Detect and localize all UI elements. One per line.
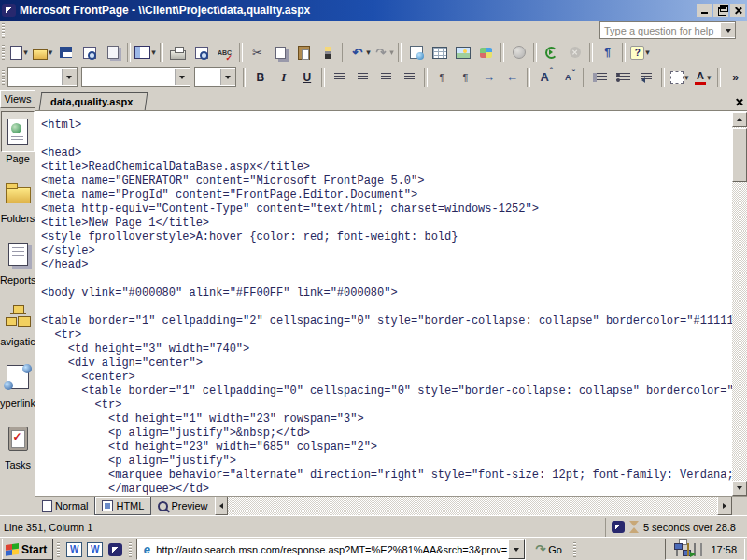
menu-grip[interactable] xyxy=(2,23,5,38)
menu-edit[interactable] xyxy=(21,28,34,34)
start-button[interactable]: Start xyxy=(2,539,53,560)
ltr-button[interactable]: ¶ xyxy=(430,67,454,88)
sidebar-item-navigation[interactable]: avigatic xyxy=(0,293,35,355)
sidebar-item-folders[interactable]: Folders xyxy=(0,170,35,231)
tab-normal[interactable]: Normal xyxy=(35,497,94,515)
taskbar-grip[interactable] xyxy=(57,542,60,557)
italic-button[interactable]: I xyxy=(272,67,295,88)
print-button[interactable] xyxy=(166,42,190,63)
menu-tools[interactable] xyxy=(73,28,86,34)
sidebar-item-reports[interactable]: Reports xyxy=(0,231,35,293)
font-combo[interactable] xyxy=(81,67,190,87)
drawing-button[interactable] xyxy=(474,42,498,63)
vertical-scrollbar[interactable] xyxy=(732,112,747,496)
tab-preview[interactable]: Preview xyxy=(151,497,214,515)
restore-button[interactable] xyxy=(713,4,728,17)
help-dropdown-button[interactable] xyxy=(721,23,735,37)
sidebar-item-hyperlinks[interactable]: yperlink xyxy=(0,355,35,416)
search-button[interactable] xyxy=(78,42,101,63)
menu-table[interactable] xyxy=(86,28,99,34)
tab-html[interactable]: HTML xyxy=(94,497,151,515)
decrease-font-button[interactable]: A xyxy=(557,67,580,88)
menu-file[interactable] xyxy=(7,28,21,34)
toolbar-grip[interactable] xyxy=(2,45,5,60)
sidebar-item-page[interactable]: Page xyxy=(0,108,35,170)
taskbar-grip[interactable] xyxy=(573,542,576,557)
document-tab[interactable]: data,quality.aspx xyxy=(39,92,148,110)
show-all-button[interactable]: ¶ xyxy=(596,42,619,63)
refresh-button[interactable] xyxy=(540,42,563,63)
views-header[interactable]: Views xyxy=(0,90,35,108)
style-combo[interactable] xyxy=(7,67,78,87)
scroll-left-button[interactable] xyxy=(215,497,228,515)
scroll-right-button[interactable] xyxy=(717,497,732,515)
size-combo[interactable] xyxy=(194,67,236,87)
scheduler-icon[interactable] xyxy=(694,544,696,555)
indent-right-button[interactable]: → xyxy=(477,67,500,88)
spelling-button[interactable]: ABC xyxy=(213,42,236,63)
indent-left-button[interactable]: ← xyxy=(500,67,524,88)
help-question-box[interactable]: Type a question for help xyxy=(599,21,736,39)
cut-button[interactable]: ✂ xyxy=(246,42,269,63)
more-buttons-button[interactable]: » xyxy=(724,67,747,88)
scroll-down-button[interactable] xyxy=(732,481,747,496)
redo-button[interactable]: ↷ xyxy=(372,42,395,63)
align-left-button[interactable] xyxy=(328,67,351,88)
code-editor[interactable]: <html><head><title>ReadChemicalDataBase.… xyxy=(35,112,732,496)
copy-button[interactable] xyxy=(269,42,292,63)
scroll-up-button[interactable] xyxy=(732,112,747,127)
bullets-button[interactable] xyxy=(612,67,635,88)
address-bar[interactable]: e http://auto.search.msn.com/response.as… xyxy=(136,539,526,560)
taskbar-grip[interactable] xyxy=(129,542,132,557)
new-page-button[interactable] xyxy=(7,42,31,63)
menu-view[interactable] xyxy=(34,28,47,34)
font-combo-arrow[interactable] xyxy=(175,69,190,85)
document-close-icon[interactable] xyxy=(735,98,743,106)
preview-in-browser-button[interactable] xyxy=(190,42,213,63)
underline-button[interactable]: U xyxy=(295,67,318,88)
undo-button[interactable]: ↶ xyxy=(348,42,372,63)
numbering-button[interactable] xyxy=(588,67,612,88)
justify-button[interactable] xyxy=(398,67,421,88)
toolbar-grip[interactable] xyxy=(2,70,5,85)
address-dropdown-button[interactable] xyxy=(508,539,525,559)
go-button[interactable]: ↷ Go xyxy=(528,539,570,559)
insert-table-button[interactable] xyxy=(428,42,451,63)
minimize-button[interactable] xyxy=(697,4,712,17)
format-painter-button[interactable] xyxy=(316,42,339,63)
save-button[interactable] xyxy=(54,42,78,63)
toggle-pane-button[interactable] xyxy=(134,42,157,63)
align-right-button[interactable] xyxy=(374,67,398,88)
menu-help[interactable] xyxy=(125,28,138,34)
borders-button[interactable] xyxy=(668,67,691,88)
help-button[interactable]: ? xyxy=(628,42,652,63)
web-component-button[interactable] xyxy=(404,42,428,63)
frontpage-app-icon[interactable] xyxy=(2,4,16,17)
menu-insert[interactable] xyxy=(47,28,60,34)
size-combo-arrow[interactable] xyxy=(220,69,235,85)
vertical-scroll-thumb[interactable] xyxy=(732,128,747,182)
sidebar-item-tasks[interactable]: Tasks xyxy=(0,416,35,478)
paste-button[interactable] xyxy=(292,42,316,63)
bold-button[interactable]: B xyxy=(248,67,272,88)
office-doc-icon-2[interactable]: W xyxy=(85,540,105,559)
increase-font-button[interactable]: A xyxy=(533,67,557,88)
close-button[interactable] xyxy=(730,4,745,17)
publish-web-button[interactable] xyxy=(101,42,124,63)
decrease-indent-button[interactable] xyxy=(635,67,658,88)
office-doc-icon[interactable]: W xyxy=(64,540,84,559)
insert-picture-button[interactable] xyxy=(451,42,474,63)
frontpage-taskbar-icon[interactable] xyxy=(106,540,125,559)
menu-window[interactable] xyxy=(112,28,125,34)
style-combo-arrow[interactable] xyxy=(62,69,77,85)
insert-hyperlink-button[interactable] xyxy=(507,42,530,63)
rtl-button[interactable]: ¶ xyxy=(454,67,477,88)
font-color-button[interactable]: A xyxy=(691,67,714,88)
center-button[interactable] xyxy=(351,67,374,88)
update-icon[interactable] xyxy=(700,544,702,555)
menu-frames[interactable] xyxy=(99,28,112,34)
horizontal-scrollbar[interactable] xyxy=(228,497,717,515)
stop-button[interactable]: ✕ xyxy=(563,42,586,63)
open-button[interactable] xyxy=(31,42,54,63)
menu-format[interactable] xyxy=(60,28,73,34)
